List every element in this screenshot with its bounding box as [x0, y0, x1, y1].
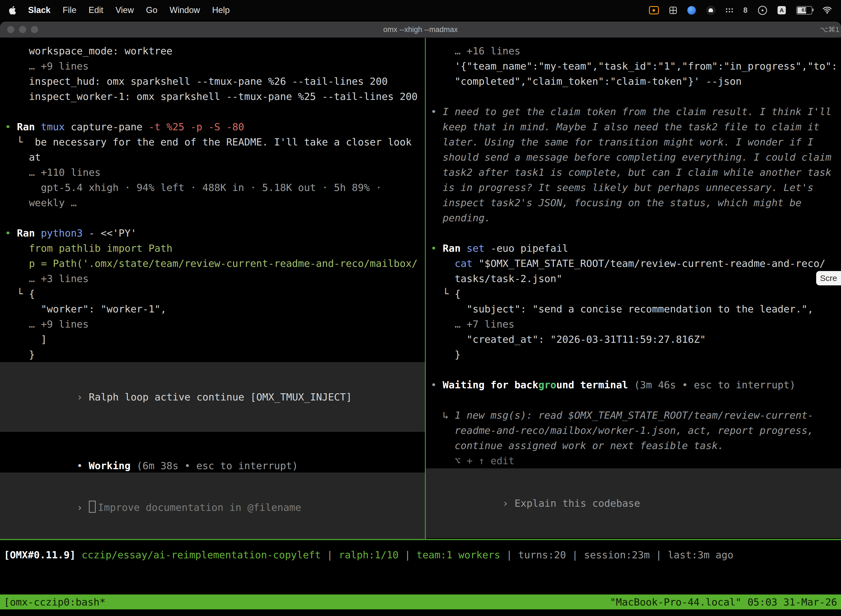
terminal-line: ⌥ + ↑ edit — [431, 453, 841, 468]
terminal-line: … +110 lines — [5, 165, 425, 180]
text-segment: } — [431, 349, 460, 360]
text-segment: • — [5, 227, 17, 239]
grid-icon[interactable] — [670, 7, 677, 14]
text-segment: inspect task2's JSON, focusing on the st… — [431, 197, 801, 208]
prompt-chevron: › — [503, 497, 508, 509]
text-segment: is in progress? It seems likely but perh… — [431, 182, 813, 193]
terminal-line: • Ran python3 - <<'PY' — [5, 226, 425, 241]
text-segment: | — [650, 549, 668, 560]
text-segment: • — [431, 379, 442, 390]
zoom-button[interactable] — [31, 26, 38, 33]
right-scrollback: … +16 lines '{"team_name":"my-team","tas… — [426, 38, 841, 468]
terminal-line: └ be necessary for the end of the README… — [5, 134, 425, 150]
terminal-line: … +16 lines — [431, 43, 841, 59]
text-segment: | — [500, 549, 518, 560]
text-segment: from pathlib import Path — [5, 243, 173, 254]
close-button[interactable] — [7, 26, 14, 33]
dots-grid-icon[interactable] — [726, 8, 733, 12]
terminal-line: • Ran tmux capture-pane -t %25 -p -S -80 — [5, 119, 425, 134]
traffic-lights — [7, 22, 38, 38]
working-label: Working — [89, 460, 130, 471]
terminal-line — [431, 89, 841, 104]
prompt-chevron: › — [77, 502, 83, 513]
apple-menu-icon[interactable] — [9, 6, 16, 15]
terminal-line: "completed","claim_token":"claim-token"}… — [431, 74, 841, 89]
menu-bar-status-icons: 8 A 61 — [649, 6, 841, 15]
text-segment: readme-and-reco/mailbox/worker-1.json, a… — [431, 425, 813, 436]
text-segment: └ { — [431, 288, 460, 299]
menu-go[interactable]: Go — [146, 5, 157, 15]
text-segment: inspect_worker-1: omx sparkshell --tmux-… — [5, 91, 418, 102]
terminal-window: omx --xhigh --madmax ⌥⌘1 workspace_mode:… — [0, 22, 841, 616]
text-segment: - <<'PY' — [83, 227, 136, 239]
text-segment: continue assigned work or next feasible … — [431, 440, 724, 451]
text-segment: inspect_hud: omx sparkshell --tmux-pane … — [5, 76, 388, 87]
text-segment: workspace_mode: worktree — [5, 45, 173, 57]
text-segment: └ { — [5, 288, 35, 299]
tmux-pane-right[interactable]: … +16 lines '{"team_name":"my-team","tas… — [426, 38, 841, 539]
text-segment: (3m 46s • esc to interrupt) — [634, 379, 796, 390]
text-segment: set — [467, 243, 485, 254]
terminal-line: "created_at": "2026-03-31T11:59:27.816Z" — [431, 332, 841, 347]
ghostty-icon[interactable] — [706, 6, 715, 15]
text-segment: … +16 lines — [431, 45, 520, 57]
tmux-status-bar: [omx-cczip0:bash* "MacBook-Pro-44.local"… — [0, 594, 841, 609]
text-segment: tasks/task-2.json" — [431, 273, 562, 284]
text-segment: -t %25 -p -S -80 — [148, 121, 244, 132]
text-segment: cat — [455, 258, 473, 269]
working-status-line: • Working (6m 38s • esc to interrupt) — [0, 443, 425, 458]
text-segment: … +110 lines — [5, 167, 101, 178]
minimize-button[interactable] — [19, 26, 26, 33]
ring-status-icon[interactable] — [758, 6, 767, 15]
window-title-bar[interactable]: omx --xhigh --madmax ⌥⌘1 — [0, 22, 841, 38]
terminal-line: └ { — [5, 286, 425, 301]
text-segment: ↳ — [431, 409, 455, 421]
gray-app-icon[interactable]: 8 — [743, 6, 747, 15]
text-segment: session:23m — [584, 549, 649, 560]
menu-window[interactable]: Window — [169, 5, 200, 15]
menu-file[interactable]: File — [63, 5, 76, 15]
menu-view[interactable]: View — [115, 5, 134, 15]
terminal-line: … +9 lines — [5, 59, 425, 74]
text-segment — [431, 258, 455, 269]
ralph-loop-banner[interactable]: ›Ralph loop active continue [OMX_TMUX_IN… — [0, 362, 425, 432]
text-segment: task2 after task1 is complete, but can I… — [431, 167, 831, 178]
text-segment: -euo pipefail — [485, 243, 568, 254]
screenshot-preview-overlay[interactable]: Scre — [816, 271, 841, 285]
terminal-line: continue assigned work or next feasible … — [431, 438, 841, 453]
left-pane-footer: ›Ralph loop active continue [OMX_TMUX_IN… — [0, 362, 425, 539]
terminal-line: "subject": "send a concise recommendatio… — [431, 301, 841, 317]
tmux-pane-left[interactable]: workspace_mode: worktree … +9 lines insp… — [0, 38, 425, 539]
text-segment: … +3 lines — [5, 273, 89, 284]
text-segment: ] — [5, 334, 47, 345]
working-detail: (6m 38s • esc to interrupt) — [130, 460, 298, 471]
terminal-line: keep that in mind. Maybe I also need the… — [431, 119, 841, 134]
composer-input-right[interactable]: ›Explain this codebase — [426, 468, 841, 538]
text-segment: } — [5, 349, 35, 360]
menu-bar: Slack File Edit View Go Window Help 8 A … — [0, 0, 841, 21]
wifi-icon[interactable] — [823, 7, 832, 14]
menu-edit[interactable]: Edit — [89, 5, 103, 15]
text-segment: team:1 workers — [417, 549, 500, 560]
terminal-line — [5, 210, 425, 226]
composer-placeholder: Improve documentation in @filename — [98, 502, 301, 513]
terminal-line — [431, 392, 841, 408]
text-segment: • — [431, 243, 442, 254]
text-segment: p = Path('.omx/state/team/review-current… — [5, 258, 418, 269]
text-segment: | — [321, 549, 339, 560]
battery-icon[interactable]: 61 — [796, 6, 812, 15]
terminal-line: '{"team_name":"my-team","task_id":"1","f… — [431, 59, 841, 74]
terminal-line: workspace_mode: worktree — [5, 43, 425, 59]
terminal-line: p = Path('.omx/state/team/review-current… — [5, 256, 425, 271]
terminal-line: • I need to get the claim token from the… — [431, 104, 841, 119]
terminal-line: } — [5, 347, 425, 362]
text-segment: … +9 lines — [5, 60, 89, 72]
screen-recording-indicator-icon[interactable] — [649, 6, 659, 14]
active-app-name[interactable]: Slack — [28, 5, 50, 15]
terminal-line: } — [431, 347, 841, 362]
input-source-icon[interactable]: A — [778, 6, 786, 14]
text-segment: at — [5, 151, 41, 163]
menu-help[interactable]: Help — [212, 5, 230, 15]
blue-app-icon[interactable] — [687, 6, 696, 15]
tmux-host-clock: "MacBook-Pro-44.local" 05:03 31-Mar-26 — [610, 596, 837, 608]
